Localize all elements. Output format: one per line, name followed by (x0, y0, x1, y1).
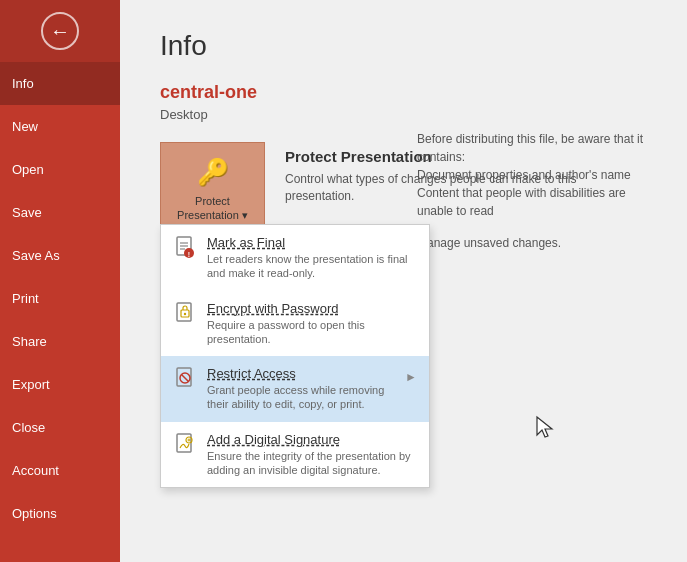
signature-icon (173, 433, 197, 455)
dropdown-item-restrict[interactable]: Restrict Access Grant people access whil… (161, 356, 429, 422)
dropdown-item-encrypt[interactable]: Encrypt with Password Require a password… (161, 291, 429, 357)
dropdown-item-signature[interactable]: Add a Digital Signature Ensure the integ… (161, 422, 429, 488)
file-location: Desktop (160, 107, 647, 122)
sidebar-item-close[interactable]: Close (0, 406, 120, 449)
svg-point-8 (184, 312, 186, 314)
mark-final-icon: ! (173, 236, 197, 258)
encrypt-icon (173, 302, 197, 324)
svg-text:!: ! (188, 251, 190, 258)
sidebar-item-options[interactable]: Options (0, 492, 120, 535)
sidebar-item-save-as[interactable]: Save As (0, 234, 120, 277)
back-button[interactable]: ← (0, 0, 120, 62)
sidebar-item-account[interactable]: Account (0, 449, 120, 492)
sidebar-item-share[interactable]: Share (0, 320, 120, 363)
protect-button-label: ProtectPresentation ▾ (177, 194, 248, 223)
sidebar-item-print[interactable]: Print (0, 277, 120, 320)
protect-block: 🔑 ProtectPresentation ▾ ! (160, 142, 265, 234)
right-versions-text: Manage unsaved changes. (417, 234, 657, 252)
svg-marker-16 (537, 417, 552, 437)
main-content: Info central-one Desktop 🔑 ProtectPresen… (120, 0, 687, 562)
restrict-arrow-icon: ► (405, 370, 417, 384)
right-info-panel: Before distributing this file, be aware … (417, 130, 657, 252)
sidebar-item-export[interactable]: Export (0, 363, 120, 406)
signature-text: Add a Digital Signature Ensure the integ… (207, 432, 417, 478)
cursor-indicator (535, 415, 555, 445)
sidebar-item-save[interactable]: Save (0, 191, 120, 234)
sidebar-item-info[interactable]: Info (0, 62, 120, 105)
svg-line-11 (182, 375, 189, 382)
mark-final-text: Mark as Final Let readers know the prese… (207, 235, 417, 281)
file-name: central-one (160, 82, 647, 103)
dropdown-item-mark-final[interactable]: ! Mark as Final Let readers know the pre… (161, 225, 429, 291)
restrict-icon (173, 367, 197, 389)
page-title: Info (160, 30, 647, 62)
right-info-text: Before distributing this file, be aware … (417, 130, 657, 220)
sidebar: ← Info New Open Save Save As Print Share… (0, 0, 120, 562)
back-circle-icon: ← (41, 12, 79, 50)
sidebar-item-new[interactable]: New (0, 105, 120, 148)
encrypt-text: Encrypt with Password Require a password… (207, 301, 417, 347)
protect-presentation-button[interactable]: 🔑 ProtectPresentation ▾ (160, 142, 265, 234)
restrict-text: Restrict Access Grant people access whil… (207, 366, 395, 412)
sidebar-item-open[interactable]: Open (0, 148, 120, 191)
protect-dropdown-menu: ! Mark as Final Let readers know the pre… (160, 224, 430, 488)
key-icon: 🔑 (197, 157, 229, 188)
